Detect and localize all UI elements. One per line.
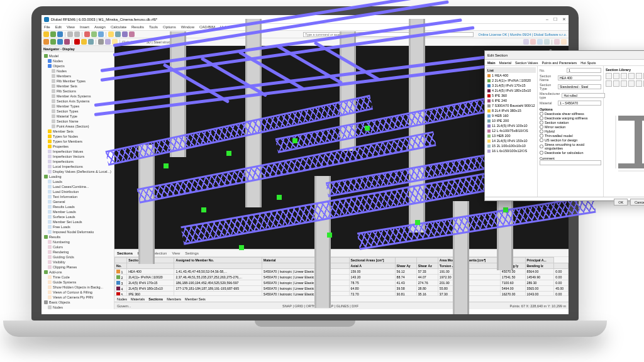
rotate-icon[interactable] xyxy=(537,39,543,45)
list-item[interactable]: 13 HEB 200 xyxy=(486,133,536,138)
input-mfr[interactable] xyxy=(562,93,605,98)
list-item[interactable]: 5 IPE 360 xyxy=(486,93,536,98)
tree-item[interactable]: Loads xyxy=(43,179,113,184)
footer-tab-materials[interactable]: Materials xyxy=(131,297,145,301)
tree-item[interactable]: Member Sets xyxy=(43,84,113,89)
tree-item[interactable]: Section Name xyxy=(43,119,113,124)
new-icon[interactable] xyxy=(43,31,49,37)
tree-item[interactable]: Visibility xyxy=(43,260,113,265)
tree-item[interactable]: Basic Objects xyxy=(43,300,113,305)
list-item[interactable]: 14 2L4(5) IPxN 150x10 xyxy=(486,138,536,143)
tree-item[interactable]: Member Axis Systems xyxy=(43,94,113,99)
paste-icon[interactable] xyxy=(98,31,104,37)
checkbox-row[interactable]: Deactivate shear stiffness xyxy=(540,112,601,116)
fit-icon[interactable] xyxy=(544,39,550,45)
dlg-tab-main[interactable]: Main xyxy=(487,61,496,65)
cut-icon[interactable] xyxy=(84,31,90,37)
tree-item[interactable]: Rib Sections xyxy=(43,89,113,94)
tab-main[interactable]: Main xyxy=(138,251,147,255)
tree-item[interactable]: Nodes xyxy=(43,69,113,74)
tree-item[interactable]: Results xyxy=(43,234,113,239)
tree-item[interactable]: Numbering xyxy=(43,239,113,244)
list-item[interactable]: 4 2L4(5) IPxN 180x15x10 xyxy=(486,88,536,93)
list-item[interactable]: 16 L 6x150/100x12/OS xyxy=(486,148,536,153)
checkbox-row[interactable]: Stress smoothing to avoid singularities xyxy=(540,143,601,150)
checkbox-row[interactable]: US section for design xyxy=(540,138,601,142)
list-item[interactable]: 8 2L4 IPxN 380x15 xyxy=(486,108,536,113)
tree-item[interactable]: Surface Loads xyxy=(43,214,113,219)
input-comment[interactable] xyxy=(540,160,601,165)
tree-item[interactable]: Types for Nodes xyxy=(43,134,113,139)
list-item[interactable]: 12 L 4x100/75x8/10/OS xyxy=(486,128,536,133)
list-item[interactable]: 9 HEB 160 xyxy=(486,113,536,118)
results-icon[interactable] xyxy=(115,31,121,37)
member-icon[interactable] xyxy=(57,39,63,45)
cancel-button[interactable]: Cancel xyxy=(630,199,644,206)
node-icon[interactable] xyxy=(43,39,49,45)
zoom-icon[interactable] xyxy=(523,39,529,45)
tree-item[interactable]: Imperfections xyxy=(43,159,113,164)
tree-item[interactable]: Nodes xyxy=(43,305,113,309)
tree-item[interactable]: Material Type xyxy=(43,114,113,119)
tree-item[interactable]: Imperfection Values xyxy=(43,149,113,154)
menu-view[interactable]: View xyxy=(67,25,75,29)
menu-help[interactable]: Help xyxy=(220,25,228,29)
dlg-tab-material[interactable]: Material xyxy=(499,61,512,65)
menu-assign[interactable]: Assign xyxy=(94,25,106,29)
line-icon[interactable] xyxy=(50,39,56,45)
grid-icon[interactable] xyxy=(98,39,104,45)
save-icon[interactable] xyxy=(57,31,63,37)
render-icon[interactable] xyxy=(129,31,135,37)
tree-item[interactable]: Imposed Nodal Deformatio xyxy=(43,229,113,234)
minimize-button[interactable]: – xyxy=(546,17,548,22)
tree-item[interactable]: Rib Member Types xyxy=(43,79,113,84)
tree-item[interactable]: Display Values (Deflections & Local...) xyxy=(43,169,113,174)
tree-item[interactable]: Model xyxy=(43,53,113,58)
dlg-tab-hotspots[interactable]: Hot Spots xyxy=(580,61,596,65)
tree-item[interactable]: Objects xyxy=(43,63,113,69)
maximize-button[interactable]: ☐ xyxy=(553,17,557,22)
checkbox-row[interactable]: Deactivate warping stiffness xyxy=(540,116,601,120)
list-item[interactable]: 6 IPE 240 xyxy=(486,98,536,103)
tree-item[interactable]: Member Types xyxy=(43,104,113,109)
checkbox-row[interactable]: Hybrid xyxy=(540,129,601,133)
tree-item[interactable]: Load Distribution xyxy=(43,189,113,194)
table-row[interactable]: 32L4(5) IPxN 170x15186,188-190,194,452,4… xyxy=(115,280,569,286)
menu-cadbim[interactable]: CAD/BIM xyxy=(199,25,215,29)
dlg-tab-points[interactable]: Points and Parameters xyxy=(541,61,577,65)
tree-item[interactable]: Section Types xyxy=(43,109,113,114)
tree-item[interactable]: Add-ons xyxy=(43,270,113,275)
table-row[interactable]: 22L4(1)+ IPxINA □100202,37,46,49,51,55,2… xyxy=(115,275,569,280)
calc-icon[interactable] xyxy=(108,31,114,37)
tree-item[interactable]: Member Sets xyxy=(43,129,113,134)
tab-view[interactable]: View xyxy=(172,251,180,255)
checkbox-row[interactable]: Section rotation xyxy=(540,121,601,124)
tree-item[interactable]: Loading xyxy=(43,174,113,179)
section-shape-icons[interactable] xyxy=(606,73,644,87)
tree-item[interactable]: Member Loads xyxy=(43,209,113,214)
ok-button[interactable]: OK xyxy=(614,199,628,206)
list-item[interactable]: 15 2L 100x100x10x10 xyxy=(486,143,536,148)
footer-tab-sections[interactable]: Sections xyxy=(148,297,163,301)
tree-item[interactable]: General xyxy=(43,199,113,204)
load-icon[interactable] xyxy=(74,39,80,45)
tree-item[interactable]: Imperfection Vectors xyxy=(43,154,113,159)
footer-tab-nodes[interactable]: Nodes xyxy=(117,297,127,301)
tree-item[interactable]: Results Loads xyxy=(43,204,113,209)
tree-item[interactable]: Views of Contour & Filling xyxy=(43,290,113,295)
tree-item[interactable]: Types for Members xyxy=(43,139,113,144)
tree-item[interactable]: Clipping Planes xyxy=(43,265,113,270)
list-item[interactable]: 2 2L4(1)+ IPxINA □10020 xyxy=(486,78,536,83)
navigator-tree[interactable]: ModelNodesObjectsNodesMembersRib Member … xyxy=(42,52,114,309)
tree-item[interactable]: Members xyxy=(43,74,113,79)
tree-item[interactable]: Guiding Grids xyxy=(43,255,113,260)
redo-icon[interactable] xyxy=(74,31,80,37)
hinge-icon[interactable] xyxy=(88,39,94,45)
tree-item[interactable]: Section Axis Systems xyxy=(43,99,113,104)
menu-window[interactable]: Window xyxy=(181,25,194,29)
table-row[interactable]: 42L4(5) IPxN 180x15x10177-179,181-184,18… xyxy=(115,286,569,292)
tab-selection[interactable]: Selection xyxy=(152,251,167,255)
copy-icon[interactable] xyxy=(91,31,97,37)
input-mat[interactable] xyxy=(558,101,601,106)
tree-item[interactable]: Nodes xyxy=(43,58,113,63)
